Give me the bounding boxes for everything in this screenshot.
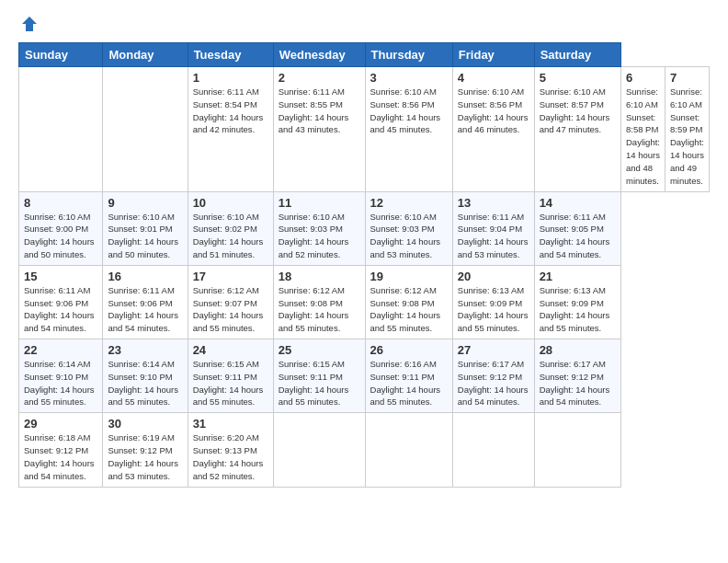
day-number: 18	[279, 270, 360, 283]
day-info: Sunrise: 6:17 AMSunset: 9:12 PMDaylight:…	[458, 359, 529, 407]
day-info: Sunrise: 6:11 AMSunset: 8:55 PMDaylight:…	[279, 86, 349, 134]
calendar-cell: 29 Sunrise: 6:18 AMSunset: 9:12 PMDaylig…	[19, 413, 103, 487]
calendar-cell: 20 Sunrise: 6:13 AMSunset: 9:09 PMDaylig…	[452, 265, 534, 339]
day-number: 11	[279, 196, 360, 210]
day-number: 3	[370, 71, 448, 85]
calendar-cell: 2 Sunrise: 6:11 AMSunset: 8:55 PMDayligh…	[273, 67, 365, 192]
calendar-cell: 9 Sunrise: 6:10 AMSunset: 9:01 PMDayligh…	[103, 191, 188, 265]
calendar-cell: 16 Sunrise: 6:11 AMSunset: 9:06 PMDaylig…	[103, 265, 188, 339]
header	[18, 15, 710, 33]
calendar-week-row: 22 Sunrise: 6:14 AMSunset: 9:10 PMDaylig…	[19, 339, 710, 413]
day-info: Sunrise: 6:15 AMSunset: 9:11 PMDaylight:…	[193, 359, 264, 407]
day-info: Sunrise: 6:10 AMSunset: 9:00 PMDaylight:…	[24, 212, 95, 259]
day-number: 16	[108, 270, 182, 283]
calendar-cell	[534, 413, 620, 487]
day-number: 12	[370, 196, 448, 210]
day-number: 26	[370, 343, 448, 357]
calendar-cell: 27 Sunrise: 6:17 AMSunset: 9:12 PMDaylig…	[452, 339, 534, 413]
logo-icon	[20, 15, 39, 33]
calendar-cell: 21 Sunrise: 6:13 AMSunset: 9:09 PMDaylig…	[534, 265, 620, 339]
day-info: Sunrise: 6:10 AMSunset: 8:59 PMDaylight:…	[670, 86, 704, 186]
calendar-cell: 24 Sunrise: 6:15 AMSunset: 9:11 PMDaylig…	[188, 339, 273, 413]
calendar-cell: 23 Sunrise: 6:14 AMSunset: 9:10 PMDaylig…	[103, 339, 188, 413]
day-info: Sunrise: 6:10 AMSunset: 9:03 PMDaylight:…	[370, 212, 441, 259]
day-info: Sunrise: 6:15 AMSunset: 9:11 PMDaylight:…	[279, 359, 349, 407]
calendar-cell: 6 Sunrise: 6:10 AMSunset: 8:58 PMDayligh…	[620, 67, 665, 192]
calendar-week-row: 8 Sunrise: 6:10 AMSunset: 9:00 PMDayligh…	[19, 191, 710, 265]
calendar-cell: 25 Sunrise: 6:15 AMSunset: 9:11 PMDaylig…	[273, 339, 365, 413]
calendar-cell: 7 Sunrise: 6:10 AMSunset: 8:59 PMDayligh…	[665, 67, 709, 192]
day-info: Sunrise: 6:10 AMSunset: 8:56 PMDaylight:…	[370, 86, 441, 134]
calendar-week-row: 1 Sunrise: 6:11 AMSunset: 8:54 PMDayligh…	[19, 67, 710, 192]
calendar-cell	[273, 413, 365, 487]
calendar-cell	[103, 67, 188, 192]
day-number: 29	[24, 417, 97, 431]
day-info: Sunrise: 6:12 AMSunset: 9:08 PMDaylight:…	[370, 285, 441, 333]
logo	[18, 15, 39, 33]
day-info: Sunrise: 6:16 AMSunset: 9:11 PMDaylight:…	[370, 359, 441, 407]
day-info: Sunrise: 6:12 AMSunset: 9:07 PMDaylight:…	[193, 285, 264, 333]
calendar-cell: 18 Sunrise: 6:12 AMSunset: 9:08 PMDaylig…	[273, 265, 365, 339]
day-info: Sunrise: 6:19 AMSunset: 9:12 PMDaylight:…	[108, 432, 178, 480]
day-number: 20	[458, 270, 529, 283]
day-info: Sunrise: 6:17 AMSunset: 9:12 PMDaylight:…	[540, 359, 610, 407]
day-number: 8	[24, 196, 97, 210]
day-info: Sunrise: 6:11 AMSunset: 9:06 PMDaylight:…	[24, 285, 95, 333]
calendar-table: SundayMondayTuesdayWednesdayThursdayFrid…	[18, 42, 710, 488]
calendar-cell: 8 Sunrise: 6:10 AMSunset: 9:00 PMDayligh…	[19, 191, 103, 265]
calendar-cell: 22 Sunrise: 6:14 AMSunset: 9:10 PMDaylig…	[19, 339, 103, 413]
day-info: Sunrise: 6:11 AMSunset: 9:06 PMDaylight:…	[108, 285, 178, 333]
calendar-cell: 30 Sunrise: 6:19 AMSunset: 9:12 PMDaylig…	[103, 413, 188, 487]
day-number: 30	[108, 417, 182, 431]
calendar-cell: 14 Sunrise: 6:11 AMSunset: 9:05 PMDaylig…	[534, 191, 620, 265]
day-number: 5	[540, 71, 616, 85]
day-info: Sunrise: 6:11 AMSunset: 8:54 PMDaylight:…	[193, 86, 264, 134]
calendar-header-sunday: Sunday	[19, 43, 103, 67]
day-info: Sunrise: 6:13 AMSunset: 9:09 PMDaylight:…	[458, 285, 529, 333]
calendar-week-row: 15 Sunrise: 6:11 AMSunset: 9:06 PMDaylig…	[19, 265, 710, 339]
day-number: 13	[458, 196, 529, 210]
day-info: Sunrise: 6:10 AMSunset: 8:56 PMDaylight:…	[458, 86, 529, 134]
calendar-cell: 13 Sunrise: 6:11 AMSunset: 9:04 PMDaylig…	[452, 191, 534, 265]
day-number: 19	[370, 270, 448, 283]
day-number: 10	[193, 196, 268, 210]
calendar-cell: 19 Sunrise: 6:12 AMSunset: 9:08 PMDaylig…	[365, 265, 452, 339]
day-number: 31	[193, 417, 268, 431]
page: SundayMondayTuesdayWednesdayThursdayFrid…	[0, 0, 728, 497]
day-number: 24	[193, 343, 268, 357]
calendar-cell	[19, 67, 103, 192]
day-number: 9	[108, 196, 182, 210]
day-info: Sunrise: 6:10 AMSunset: 9:03 PMDaylight:…	[279, 212, 349, 259]
calendar-cell: 17 Sunrise: 6:12 AMSunset: 9:07 PMDaylig…	[188, 265, 273, 339]
calendar-cell: 11 Sunrise: 6:10 AMSunset: 9:03 PMDaylig…	[273, 191, 365, 265]
calendar-cell	[452, 413, 534, 487]
calendar-cell: 15 Sunrise: 6:11 AMSunset: 9:06 PMDaylig…	[19, 265, 103, 339]
day-info: Sunrise: 6:12 AMSunset: 9:08 PMDaylight:…	[279, 285, 349, 333]
svg-marker-0	[22, 17, 37, 31]
day-number: 7	[670, 71, 704, 85]
calendar-cell: 12 Sunrise: 6:10 AMSunset: 9:03 PMDaylig…	[365, 191, 452, 265]
calendar-header-thursday: Thursday	[365, 43, 452, 67]
calendar-cell: 4 Sunrise: 6:10 AMSunset: 8:56 PMDayligh…	[452, 67, 534, 192]
day-info: Sunrise: 6:10 AMSunset: 8:57 PMDaylight:…	[540, 86, 610, 134]
calendar-header-monday: Monday	[103, 43, 188, 67]
calendar-cell: 3 Sunrise: 6:10 AMSunset: 8:56 PMDayligh…	[365, 67, 452, 192]
day-info: Sunrise: 6:10 AMSunset: 9:02 PMDaylight:…	[193, 212, 264, 259]
day-number: 14	[540, 196, 616, 210]
day-number: 27	[458, 343, 529, 357]
calendar-cell: 5 Sunrise: 6:10 AMSunset: 8:57 PMDayligh…	[534, 67, 620, 192]
calendar-header-row: SundayMondayTuesdayWednesdayThursdayFrid…	[19, 43, 710, 67]
day-info: Sunrise: 6:11 AMSunset: 9:04 PMDaylight:…	[458, 212, 529, 259]
day-number: 28	[540, 343, 616, 357]
calendar-header-wednesday: Wednesday	[273, 43, 365, 67]
day-info: Sunrise: 6:14 AMSunset: 9:10 PMDaylight:…	[24, 359, 95, 407]
calendar-cell: 10 Sunrise: 6:10 AMSunset: 9:02 PMDaylig…	[188, 191, 273, 265]
day-number: 2	[279, 71, 360, 85]
calendar-cell	[365, 413, 452, 487]
day-info: Sunrise: 6:13 AMSunset: 9:09 PMDaylight:…	[540, 285, 610, 333]
day-info: Sunrise: 6:20 AMSunset: 9:13 PMDaylight:…	[193, 432, 264, 480]
day-number: 25	[279, 343, 360, 357]
day-number: 23	[108, 343, 182, 357]
day-number: 21	[540, 270, 616, 283]
day-info: Sunrise: 6:14 AMSunset: 9:10 PMDaylight:…	[108, 359, 178, 407]
